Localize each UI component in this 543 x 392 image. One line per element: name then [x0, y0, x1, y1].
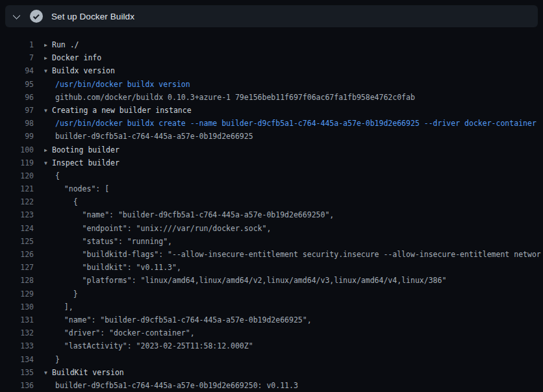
- line-number[interactable]: 1: [0, 38, 34, 51]
- line-number[interactable]: 131: [0, 313, 34, 326]
- log-line-row: 132 "driver": "docker-container",: [0, 326, 543, 339]
- output-text: "platforms": "linux/amd64,linux/amd64/v2…: [55, 276, 446, 285]
- line-number[interactable]: 100: [0, 143, 34, 156]
- line-number[interactable]: 136: [0, 379, 34, 392]
- log-line-row: 120{: [0, 169, 543, 182]
- chevron-down-icon[interactable]: [5, 14, 27, 19]
- log-group-row[interactable]: 1▶Run ./: [0, 38, 543, 51]
- chevron-right-icon[interactable]: ▶: [44, 52, 52, 64]
- group-label[interactable]: Docker info: [52, 53, 101, 62]
- line-body: ▶Docker info: [44, 51, 543, 64]
- line-number[interactable]: 132: [0, 326, 34, 339]
- line-body: "status": "running",: [44, 235, 543, 248]
- step-title: Set up Docker Buildx: [51, 12, 134, 21]
- line-body: /usr/bin/docker buildx version: [44, 78, 543, 91]
- log-group-row[interactable]: 100▶Booting builder: [0, 143, 543, 156]
- line-number[interactable]: 134: [0, 353, 34, 366]
- chevron-down-icon[interactable]: ▼: [44, 65, 52, 77]
- line-number[interactable]: 94: [0, 64, 34, 77]
- line-number[interactable]: 7: [0, 51, 34, 64]
- line-number[interactable]: 120: [0, 169, 34, 182]
- line-number[interactable]: 125: [0, 235, 34, 248]
- output-text: "buildkitd-flags": "--allow-insecure-ent…: [55, 250, 541, 259]
- log-line-row: 128 "platforms": "linux/amd64,linux/amd6…: [0, 274, 543, 287]
- output-text: ],: [55, 302, 73, 312]
- group-label[interactable]: Booting builder: [52, 145, 120, 154]
- line-body: }: [44, 353, 543, 366]
- output-text: "name": "builder-d9cfb5a1-c764-445a-a57e…: [55, 315, 312, 325]
- log-line-row: 96github.com/docker/buildx 0.10.3+azure-…: [0, 91, 543, 104]
- line-number[interactable]: 124: [0, 222, 34, 235]
- log-group-row[interactable]: 94▼Buildx version: [0, 64, 543, 77]
- output-text: }: [55, 289, 78, 299]
- line-body: "lastActivity": "2023-02-25T11:58:12.000…: [44, 339, 543, 352]
- log-line-row: 130 ],: [0, 300, 543, 313]
- log-line-row: 95/usr/bin/docker buildx version: [0, 78, 543, 91]
- log-line-row: 123 "name": "builder-d9cfb5a1-c764-445a-…: [0, 208, 543, 221]
- line-body: /usr/bin/docker buildx create --name bui…: [44, 117, 543, 130]
- output-text: "endpoint": "unix:///var/run/docker.sock…: [55, 224, 271, 233]
- output-text: "driver": "docker-container",: [55, 328, 195, 337]
- line-number[interactable]: 98: [0, 117, 34, 130]
- output-text: "status": "running",: [55, 237, 172, 246]
- line-number[interactable]: 121: [0, 182, 34, 195]
- log-line-row: 122 {: [0, 195, 543, 208]
- group-label[interactable]: Creating a new builder instance: [52, 106, 192, 115]
- line-body: ▼BuildKit version: [44, 366, 543, 379]
- group-label[interactable]: Buildx version: [52, 66, 115, 75]
- log-line-row: 134}: [0, 353, 543, 366]
- line-body: "platforms": "linux/amd64,linux/amd64/v2…: [44, 274, 543, 287]
- line-number[interactable]: 99: [0, 130, 34, 143]
- output-text: "lastActivity": "2023-02-25T11:58:12.000…: [55, 341, 253, 350]
- line-body: ▼Inspect builder: [44, 156, 543, 169]
- log-group-row[interactable]: 135▼BuildKit version: [0, 366, 543, 379]
- line-number[interactable]: 133: [0, 339, 34, 352]
- log-group-row[interactable]: 97▼Creating a new builder instance: [0, 104, 543, 117]
- line-number[interactable]: 96: [0, 91, 34, 104]
- line-number[interactable]: 135: [0, 366, 34, 379]
- line-body: ],: [44, 300, 543, 313]
- log-line-row: 129 }: [0, 288, 543, 300]
- output-text: {: [55, 171, 60, 180]
- group-label[interactable]: Run ./: [52, 40, 79, 49]
- group-label[interactable]: Inspect builder: [52, 158, 120, 167]
- log-area: 1▶Run ./7▶Docker info94▼Buildx version95…: [0, 27, 543, 392]
- chevron-down-icon[interactable]: ▼: [44, 104, 52, 117]
- chevron-right-icon[interactable]: ▶: [44, 39, 52, 51]
- line-body: {: [44, 169, 543, 182]
- chevron-down-icon[interactable]: ▼: [44, 157, 52, 169]
- check-circle-icon: [30, 10, 43, 23]
- line-number[interactable]: 97: [0, 104, 34, 117]
- chevron-right-icon[interactable]: ▶: [44, 144, 52, 156]
- line-number[interactable]: 119: [0, 156, 34, 169]
- line-number[interactable]: 95: [0, 78, 34, 91]
- log-group-row[interactable]: 7▶Docker info: [0, 51, 543, 64]
- line-number[interactable]: 130: [0, 300, 34, 313]
- log-line-row: 126 "buildkitd-flags": "--allow-insecure…: [0, 248, 543, 261]
- log-line-row: 121 "nodes": [: [0, 182, 543, 195]
- log-group-row[interactable]: 119▼Inspect builder: [0, 156, 543, 169]
- line-number[interactable]: 129: [0, 288, 34, 300]
- line-number[interactable]: 122: [0, 195, 34, 208]
- log-line-row: 98/usr/bin/docker buildx create --name b…: [0, 117, 543, 130]
- line-body: }: [44, 288, 543, 300]
- log-line-row: 127 "buildkit": "v0.11.3",: [0, 261, 543, 274]
- line-number[interactable]: 127: [0, 261, 34, 274]
- line-body: github.com/docker/buildx 0.10.3+azure-1 …: [44, 91, 543, 104]
- log-line-row: 125 "status": "running",: [0, 235, 543, 248]
- line-body: "buildkit": "v0.11.3",: [44, 261, 543, 274]
- step-header[interactable]: Set up Docker Buildx: [5, 5, 538, 27]
- line-body: ▶Run ./: [44, 38, 543, 51]
- group-label[interactable]: BuildKit version: [52, 368, 124, 377]
- command-text: /usr/bin/docker buildx create --name bui…: [55, 119, 537, 128]
- log-line-row: 124 "endpoint": "unix:///var/run/docker.…: [0, 222, 543, 235]
- chevron-down-icon[interactable]: ▼: [44, 367, 52, 379]
- log-line-row: 133 "lastActivity": "2023-02-25T11:58:12…: [0, 339, 543, 352]
- log-line-row: 136builder-d9cfb5a1-c764-445a-a57e-0b19d…: [0, 379, 543, 392]
- line-number[interactable]: 128: [0, 274, 34, 287]
- output-text: "buildkit": "v0.11.3",: [55, 263, 181, 272]
- line-number[interactable]: 126: [0, 248, 34, 261]
- line-body: "name": "builder-d9cfb5a1-c764-445a-a57e…: [44, 208, 543, 221]
- line-number[interactable]: 123: [0, 208, 34, 221]
- line-body: builder-d9cfb5a1-c764-445a-a57e-0b19d2e6…: [44, 379, 543, 392]
